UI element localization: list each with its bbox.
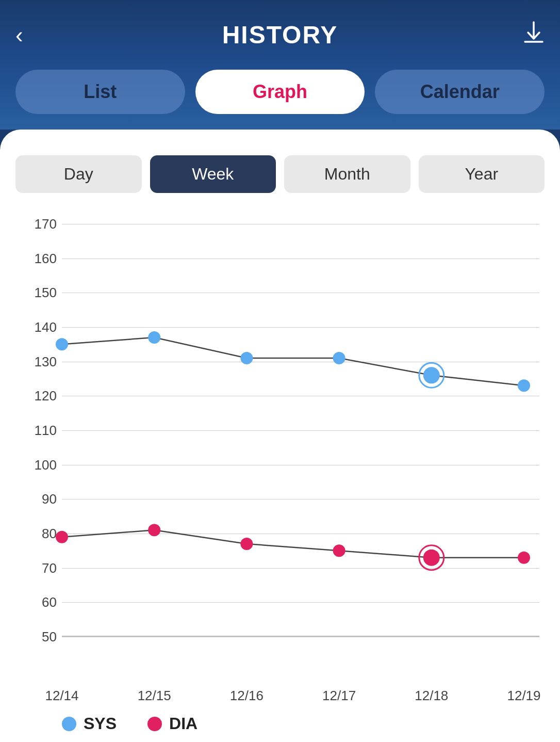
tab-list[interactable]: List xyxy=(15,70,185,114)
y-axis: 1701601501401301201101009080706050 xyxy=(15,214,62,663)
period-week[interactable]: Week xyxy=(150,155,276,193)
svg-point-9 xyxy=(240,538,253,550)
chart-area xyxy=(62,214,539,663)
svg-point-0 xyxy=(56,338,68,350)
legend: SYS DIA xyxy=(15,714,545,733)
legend-dia: DIA xyxy=(147,714,197,733)
period-day[interactable]: Day xyxy=(15,155,142,193)
y-axis-label: 120 xyxy=(35,388,57,404)
svg-point-11 xyxy=(423,550,440,566)
y-axis-label: 130 xyxy=(35,353,57,369)
x-axis-label: 12/19 xyxy=(507,688,540,704)
x-axis-label: 12/14 xyxy=(45,688,78,704)
svg-point-2 xyxy=(240,352,253,364)
svg-point-10 xyxy=(333,544,345,557)
tab-graph[interactable]: Graph xyxy=(195,70,365,114)
svg-point-1 xyxy=(148,331,160,344)
svg-point-4 xyxy=(423,367,440,383)
page-title: HISTORY xyxy=(222,21,338,49)
main-content: Day Week Month Year 17016015014013012011… xyxy=(0,130,560,742)
period-year[interactable]: Year xyxy=(419,155,545,193)
y-axis-label: 140 xyxy=(35,319,57,335)
back-button[interactable]: ‹ xyxy=(15,24,23,46)
sys-dot xyxy=(62,717,76,731)
download-button[interactable] xyxy=(523,20,545,50)
svg-point-7 xyxy=(56,531,68,543)
chart-container: 1701601501401301201101009080706050 12/14… xyxy=(15,214,545,704)
svg-point-3 xyxy=(333,352,345,364)
y-axis-label: 80 xyxy=(42,526,57,542)
x-axis-label: 12/18 xyxy=(415,688,448,704)
y-axis-label: 60 xyxy=(42,594,57,610)
svg-point-13 xyxy=(518,552,530,564)
x-axis: 12/1412/1512/1612/1712/1812/19 xyxy=(62,678,539,704)
x-axis-label: 12/16 xyxy=(230,688,263,704)
y-axis-label: 100 xyxy=(35,457,57,473)
x-axis-label: 12/15 xyxy=(138,688,171,704)
y-axis-label: 110 xyxy=(35,423,57,439)
svg-point-6 xyxy=(518,379,530,392)
x-axis-label: 12/17 xyxy=(322,688,356,704)
tab-bar: List Graph Calendar xyxy=(0,59,560,130)
y-axis-label: 50 xyxy=(42,629,57,645)
y-axis-label: 70 xyxy=(42,560,57,576)
y-axis-label: 150 xyxy=(35,285,57,301)
y-axis-label: 90 xyxy=(42,491,57,507)
tab-calendar[interactable]: Calendar xyxy=(375,70,545,114)
dia-label: DIA xyxy=(169,714,197,733)
svg-point-8 xyxy=(148,524,160,536)
app-header: ‹ HISTORY xyxy=(0,0,560,59)
dia-dot xyxy=(147,717,162,731)
period-month[interactable]: Month xyxy=(284,155,410,193)
sys-label: SYS xyxy=(84,714,117,733)
y-axis-label: 160 xyxy=(35,250,57,266)
period-bar: Day Week Month Year xyxy=(15,155,545,193)
y-axis-label: 170 xyxy=(35,216,57,232)
legend-sys: SYS xyxy=(62,714,117,733)
